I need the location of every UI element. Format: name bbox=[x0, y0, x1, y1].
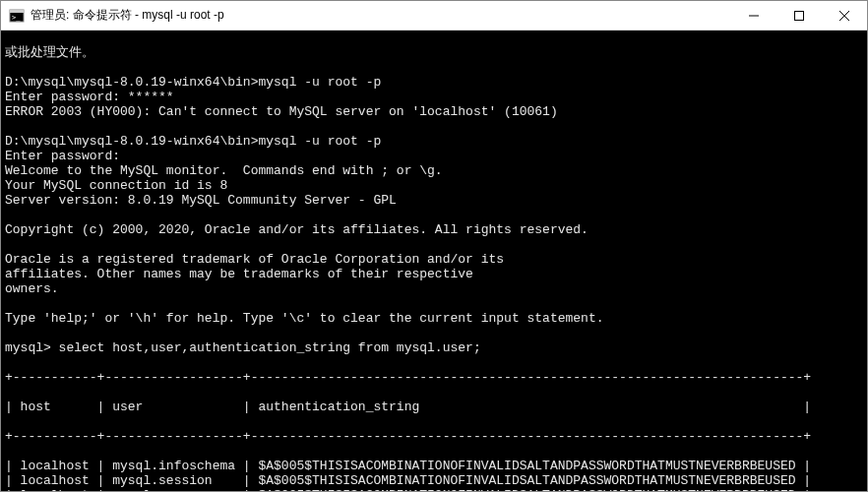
table-border-mid: +-----------+------------------+--------… bbox=[5, 429, 863, 444]
terminal-line: ERROR 2003 (HY000): Can't connect to MyS… bbox=[5, 104, 863, 119]
window-controls bbox=[731, 1, 867, 30]
terminal-line bbox=[5, 237, 863, 252]
maximize-button[interactable] bbox=[776, 1, 822, 30]
svg-text:>_: >_ bbox=[12, 14, 21, 22]
terminal-output[interactable]: 或批处理文件。 D:\mysql\mysql-8.0.19-winx64\bin… bbox=[1, 31, 867, 491]
table-row: | localhost | mysql.session | $A$005$THI… bbox=[5, 473, 863, 488]
cmd-icon: >_ bbox=[9, 8, 25, 24]
terminal-line: D:\mysql\mysql-8.0.19-winx64\bin>mysql -… bbox=[5, 75, 863, 90]
table-header: | host | user | authentication_string | bbox=[5, 400, 863, 414]
terminal-line: Enter password: bbox=[5, 149, 863, 163]
close-button[interactable] bbox=[822, 1, 867, 30]
terminal-line: owners. bbox=[5, 281, 863, 296]
terminal-line: D:\mysql\mysql-8.0.19-winx64\bin>mysql -… bbox=[5, 134, 863, 149]
minimize-button[interactable] bbox=[731, 1, 776, 30]
terminal-line: Copyright (c) 2000, 2020, Oracle and/or … bbox=[5, 222, 863, 237]
terminal-line bbox=[5, 60, 863, 75]
table-row: | localhost | mysql.infoschema | $A$005$… bbox=[5, 459, 863, 473]
terminal-line: Your MySQL connection id is 8 bbox=[5, 178, 863, 193]
terminal-line bbox=[5, 326, 863, 340]
terminal-line: Server version: 8.0.19 MySQL Community S… bbox=[5, 193, 863, 208]
terminal-line: affiliates. Other names may be trademark… bbox=[5, 267, 863, 281]
terminal-line: 或批处理文件。 bbox=[5, 45, 863, 60]
terminal-line bbox=[5, 119, 863, 134]
terminal-line: Oracle is a registered trademark of Orac… bbox=[5, 252, 863, 267]
svg-rect-1 bbox=[10, 10, 24, 13]
terminal-line bbox=[5, 296, 863, 311]
terminal-line: Type 'help;' or '\h' for help. Type '\c'… bbox=[5, 311, 863, 326]
svg-rect-4 bbox=[795, 11, 804, 20]
window-title: 管理员: 命令提示符 - mysql -u root -p bbox=[31, 7, 731, 24]
terminal-line: mysql> select host,user,authentication_s… bbox=[5, 340, 863, 355]
table-row: | localhost | mysql.sys | $A$005$THISISA… bbox=[5, 488, 863, 491]
titlebar[interactable]: >_ 管理员: 命令提示符 - mysql -u root -p bbox=[1, 1, 867, 31]
table-border-top: +-----------+------------------+--------… bbox=[5, 370, 863, 385]
terminal-line bbox=[5, 208, 863, 222]
terminal-line: Welcome to the MySQL monitor. Commands e… bbox=[5, 163, 863, 178]
terminal-line: Enter password: ****** bbox=[5, 90, 863, 104]
